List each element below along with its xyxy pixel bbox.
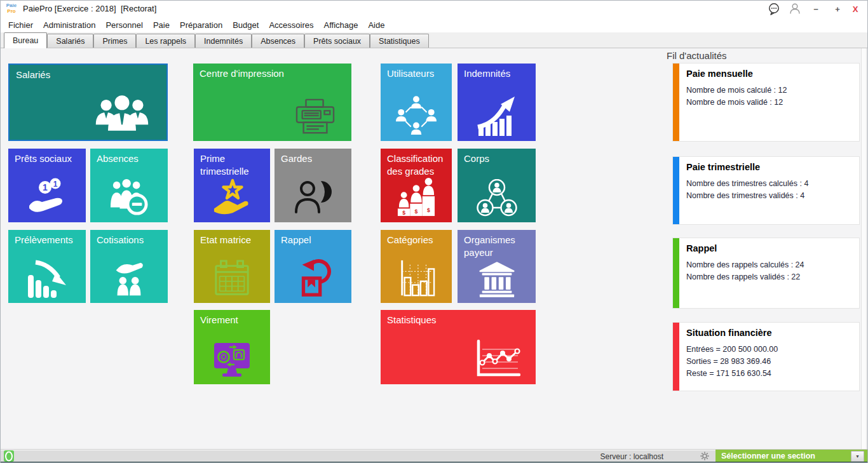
- connection-status-icon: [4, 450, 14, 462]
- menu-affichage[interactable]: Affichage: [318, 18, 363, 32]
- bar-chart-icon: [397, 258, 436, 298]
- menu-personnel[interactable]: Personnel: [100, 18, 148, 32]
- tile-centre-impression[interactable]: Centre d'impression: [193, 64, 351, 141]
- calendar-icon: [212, 258, 252, 298]
- tile-absences[interactable]: Absences: [90, 149, 168, 222]
- grade-steps-icon: $$$: [397, 178, 436, 217]
- tile-label: Indemnités: [464, 67, 532, 80]
- desktop-area: Salariés Centre d'impression Utilisateur…: [1, 48, 867, 449]
- tile-cotisations[interactable]: Cotisations: [90, 230, 168, 303]
- tile-corps[interactable]: Corps: [458, 149, 536, 222]
- card-accent-bar: [673, 323, 679, 391]
- tile-salaries[interactable]: Salariés: [8, 64, 168, 141]
- card-line: Nombre des trimestres validés : 4: [686, 190, 808, 202]
- card-accent-bar: [673, 64, 679, 141]
- card-line: Sorties = 28 983 369.46: [686, 356, 778, 368]
- card-line: Nombre des rappels calculés : 24: [686, 259, 804, 271]
- menu-administration[interactable]: Administration: [38, 18, 100, 32]
- minimize-button[interactable]: −: [809, 4, 823, 14]
- tile-utilisateurs[interactable]: Utilisateurs: [381, 64, 452, 141]
- card-line: Nombre des trimestres calculés : 4: [686, 178, 808, 190]
- tile-organismes-payeur[interactable]: Organismes payeur: [458, 230, 536, 303]
- card-line: Nombre des rappels validés : 22: [686, 271, 804, 283]
- tile-gardes[interactable]: Gardes: [275, 149, 351, 222]
- tab-strip: Bureau Salariés Primes Les rappels Indem…: [1, 32, 867, 48]
- tile-categories[interactable]: Catégories: [381, 230, 452, 303]
- logo-text-bottom: Pro: [7, 9, 15, 15]
- gear-icon[interactable]: [696, 450, 713, 462]
- tab-prets-sociaux[interactable]: Prêts sociaux: [304, 34, 370, 48]
- card-line: Nombre de mois validé : 12: [686, 97, 787, 109]
- tile-classification-grades[interactable]: Classification des grades $$$: [381, 149, 452, 222]
- tile-label: Corps: [464, 152, 532, 165]
- app-window: Paie Pro PaiePro [Exercice : 2018] [Rect…: [0, 0, 868, 463]
- app-logo: Paie Pro: [4, 2, 19, 15]
- tile-prelevements[interactable]: Prélèvements: [8, 230, 86, 303]
- section-selector[interactable]: Sélectionner une section ▼: [715, 450, 867, 462]
- undo-square-icon: [294, 258, 333, 298]
- menu-fichier[interactable]: Fichier: [3, 18, 38, 32]
- menu-budget[interactable]: Budget: [227, 18, 264, 32]
- bank-icon: [478, 261, 516, 298]
- card-line: Entrées = 200 500 000.00: [686, 344, 778, 356]
- tile-indemnites[interactable]: Indemnités: [458, 64, 536, 141]
- team-icon: [93, 93, 151, 135]
- menu-preparation[interactable]: Préparation: [175, 18, 227, 32]
- svg-text:$: $: [415, 208, 418, 215]
- tile-label: Centre d'impression: [200, 67, 348, 80]
- tile-label: Catégories: [387, 234, 448, 246]
- card-title: Rappel: [686, 243, 804, 253]
- tile-rappel[interactable]: Rappel: [275, 230, 351, 303]
- window-title: PaiePro [Exercice : 2018] [Rectorat]: [23, 4, 156, 13]
- tile-label: Cotisations: [97, 234, 164, 246]
- menu-aide[interactable]: Aide: [363, 18, 390, 32]
- news-card-situation-financiere: Situation financière Entrées = 200 500 0…: [672, 322, 860, 391]
- tile-label: Absences: [97, 152, 164, 165]
- star-hand-icon: [212, 178, 252, 217]
- line-chart-icon: [473, 339, 520, 379]
- printer-icon: [294, 98, 336, 136]
- tile-etat-matrice[interactable]: Etat matrice: [194, 230, 270, 303]
- tab-bureau[interactable]: Bureau: [4, 32, 47, 48]
- tab-statistiques[interactable]: Statistiques: [370, 34, 429, 48]
- tile-statistiques[interactable]: Statistiques: [381, 310, 536, 384]
- tile-label: Salariés: [16, 69, 163, 81]
- svg-text:1: 1: [53, 180, 58, 189]
- news-feed-panel: Fil d'actualités Paie mensuelle Nombre d…: [667, 48, 862, 449]
- tab-indemnites[interactable]: Indemnités: [195, 34, 252, 48]
- dropdown-arrow-icon[interactable]: ▼: [851, 451, 864, 462]
- tile-prime-trimestrielle[interactable]: Prime trimestrielle: [194, 149, 270, 222]
- tile-virement[interactable]: Virement: [194, 310, 270, 384]
- chat-icon[interactable]: [768, 3, 780, 15]
- menu-accessoires[interactable]: Accessoires: [264, 18, 318, 32]
- svg-text:1: 1: [43, 182, 48, 192]
- tile-label: Statistiques: [387, 314, 532, 326]
- tile-label: Classification des grades: [387, 152, 448, 178]
- tile-label: Virement: [200, 314, 266, 326]
- hand-people-icon: [109, 258, 149, 298]
- news-card-rappel: Rappel Nombre des rappels calculés : 24 …: [672, 238, 860, 309]
- tab-absences[interactable]: Absences: [252, 34, 304, 48]
- news-card-paie-trimestrielle: Paie trimestrielle Nombre des trimestres…: [672, 156, 860, 225]
- card-line: Reste = 171 516 630.54: [686, 368, 778, 380]
- tile-label: Utilisateurs: [387, 67, 448, 80]
- declining-bars-icon: [27, 258, 67, 298]
- tile-label: Etat matrice: [200, 234, 266, 246]
- person-moon-icon: [293, 179, 334, 217]
- maximize-button[interactable]: +: [831, 4, 844, 14]
- menu-paie[interactable]: Paie: [148, 18, 175, 32]
- vertical-scrollbar[interactable]: [861, 48, 867, 449]
- svg-text:$: $: [402, 210, 405, 216]
- card-line: Nombre de mois calculé : 12: [686, 84, 787, 97]
- tab-primes[interactable]: Primes: [93, 34, 136, 48]
- card-accent-bar: [673, 157, 679, 224]
- title-bar: Paie Pro PaiePro [Exercice : 2018] [Rect…: [1, 1, 867, 17]
- user-icon[interactable]: [789, 3, 801, 15]
- growth-arrow-icon: [477, 97, 517, 136]
- tile-prets-sociaux[interactable]: Prêts sociaux 1 1: [8, 149, 86, 222]
- tab-les-rappels[interactable]: Les rappels: [136, 34, 195, 48]
- tab-salaries[interactable]: Salariés: [47, 34, 93, 48]
- card-title: Paie trimestrielle: [686, 162, 808, 172]
- card-accent-bar: [673, 238, 679, 308]
- close-button[interactable]: X: [848, 4, 862, 14]
